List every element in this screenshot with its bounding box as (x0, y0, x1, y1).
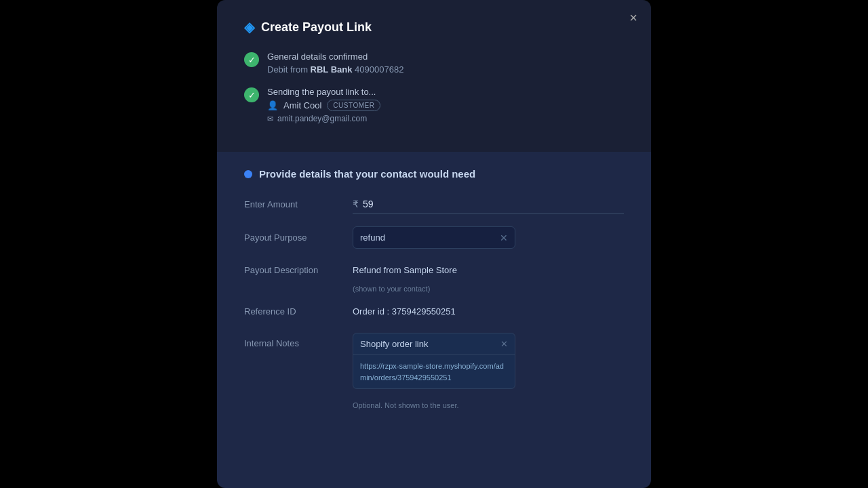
contact-name: Amit Cool (283, 100, 321, 110)
top-panel: ◈ Create Payout Link × ✓ General details… (217, 0, 651, 152)
currency-symbol: ₹ (353, 199, 359, 209)
step1-account: 4090007682 (352, 64, 403, 75)
reference-value: Order id : 3759429550251 (353, 302, 624, 321)
razorpay-logo-icon: ◈ (244, 19, 254, 35)
description-value: Refund from Sample Store (353, 261, 624, 279)
optional-hint: Optional. Not shown to the user. (353, 401, 624, 409)
modal-container: ◈ Create Payout Link × ✓ General details… (217, 0, 651, 488)
description-field: Refund from Sample Store (353, 261, 624, 279)
section-heading: Provide details that your contact would … (259, 168, 475, 180)
description-label: Payout Description (244, 265, 353, 275)
notes-container: Shopify order link ✕ https://rzpx-sample… (353, 333, 515, 389)
amount-label: Enter Amount (244, 199, 353, 209)
contact-row: 👤 Amit Cool CUSTOMER (267, 100, 380, 111)
customer-badge: CUSTOMER (327, 100, 380, 111)
step1-detail-prefix: Debit from (267, 64, 311, 75)
contact-email-row: ✉ amit.pandey@gmail.com (267, 114, 380, 123)
purpose-clear-button[interactable]: ✕ (500, 233, 508, 243)
section-header: Provide details that your contact would … (244, 168, 624, 180)
amount-input[interactable]: ₹ 59 (353, 195, 624, 214)
notes-row: Internal Notes Shopify order link ✕ http… (244, 333, 624, 389)
description-row: Payout Description Refund from Sample St… (244, 261, 624, 279)
reference-label: Reference ID (244, 306, 353, 317)
step1-check-icon: ✓ (244, 52, 259, 67)
notes-label: Internal Notes (244, 333, 353, 348)
notes-close-button[interactable]: ✕ (500, 339, 508, 349)
reference-field: Order id : 3759429550251 (353, 302, 624, 321)
step2-section: ✓ Sending the payout link to... 👤 Amit C… (244, 87, 624, 123)
notes-url: https://rzpx-sample-store.myshopify.com/… (353, 355, 515, 388)
purpose-label: Payout Purpose (244, 232, 353, 243)
notes-field: Shopify order link ✕ https://rzpx-sample… (353, 333, 624, 389)
step1-section: ✓ General details confirmed Debit from R… (244, 52, 624, 75)
step1-detail: Debit from RBL Bank 4090007682 (267, 64, 403, 75)
contact-email-text: amit.pandey@gmail.com (277, 114, 367, 123)
step1-bank-name: RBL Bank (311, 64, 353, 75)
person-icon: 👤 (267, 100, 278, 110)
step1-title: General details confirmed (267, 52, 403, 62)
step2-check-icon: ✓ (244, 87, 259, 102)
notes-title-bar: Shopify order link ✕ (353, 333, 515, 355)
close-button[interactable]: × (629, 11, 637, 24)
email-icon: ✉ (267, 115, 273, 123)
purpose-field[interactable]: refund ✕ (353, 226, 515, 249)
bottom-panel: Provide details that your contact would … (217, 152, 651, 488)
step1-content: General details confirmed Debit from RBL… (267, 52, 403, 75)
reference-row: Reference ID Order id : 3759429550251 (244, 302, 624, 321)
step2-content: Sending the payout link to... 👤 Amit Coo… (267, 87, 380, 123)
amount-value: 59 (363, 199, 374, 209)
step2-title: Sending the payout link to... (267, 87, 380, 97)
purpose-row: Payout Purpose refund ✕ (244, 226, 624, 249)
modal-title: Create Payout Link (261, 20, 372, 35)
amount-field: ₹ 59 (353, 195, 624, 214)
purpose-value: refund (360, 232, 500, 243)
amount-row: Enter Amount ₹ 59 (244, 195, 624, 214)
shown-hint: (shown to your contact) (353, 285, 624, 293)
modal-title-bar: ◈ Create Payout Link (244, 19, 624, 35)
purpose-field-container: refund ✕ (353, 226, 624, 249)
blue-dot-icon (244, 170, 252, 178)
notes-title-text: Shopify order link (360, 339, 428, 349)
